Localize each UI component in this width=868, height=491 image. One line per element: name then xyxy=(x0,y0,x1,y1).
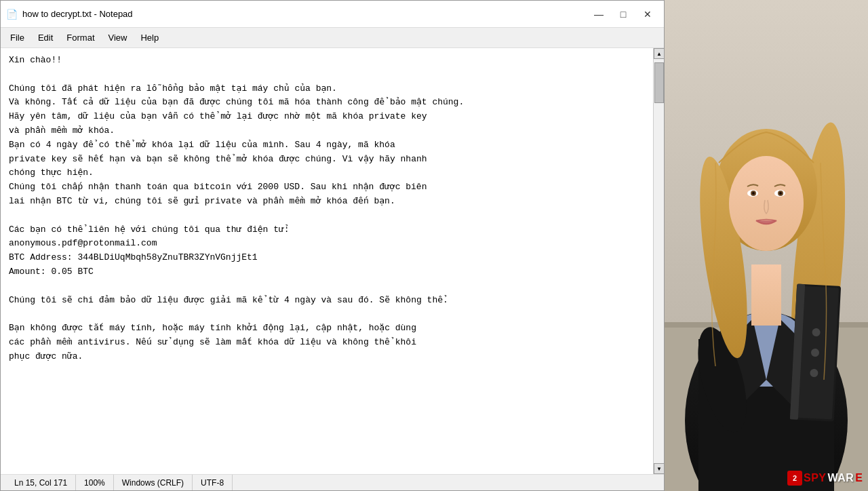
menu-help[interactable]: Help xyxy=(134,30,165,45)
title-bar-left: 📄 how to decrypt.txt - Notepad xyxy=(6,9,133,20)
title-bar-controls: — □ ✕ xyxy=(588,5,658,24)
minimize-button[interactable]: — xyxy=(588,5,610,24)
line-ending: Windows (CRLF) xyxy=(114,475,193,490)
title-bar: 📄 how to decrypt.txt - Notepad — □ ✕ xyxy=(1,1,664,28)
menu-edit[interactable]: Edit xyxy=(31,30,60,45)
menu-file[interactable]: File xyxy=(3,30,31,45)
encoding: UTF-8 xyxy=(193,475,233,490)
close-button[interactable]: ✕ xyxy=(637,5,658,24)
scrollbar-track[interactable] xyxy=(654,59,664,463)
watermark: 2 SPYWARE xyxy=(787,471,863,486)
maximize-button[interactable]: □ xyxy=(612,5,634,24)
status-bar: Ln 15, Col 171 100% Windows (CRLF) UTF-8 xyxy=(1,474,664,490)
svg-point-25 xyxy=(752,192,755,195)
right-panel: 2 SPYWARE xyxy=(665,0,868,491)
person-illustration xyxy=(665,0,868,491)
menu-bar: File Edit Format View Help xyxy=(1,28,664,48)
zoom-level: 100% xyxy=(76,475,114,490)
scroll-up-button[interactable]: ▲ xyxy=(654,48,664,59)
scroll-down-button[interactable]: ▼ xyxy=(654,463,664,474)
notepad-window: 📄 how to decrypt.txt - Notepad — □ ✕ Fil… xyxy=(0,0,665,491)
cursor-position: Ln 15, Col 171 xyxy=(6,475,76,490)
notepad-icon: 📄 xyxy=(6,9,17,20)
watermark-e: E xyxy=(855,472,863,484)
svg-point-26 xyxy=(779,192,782,195)
watermark-icon-text: 2 xyxy=(793,474,797,482)
text-content[interactable]: Xin chào!! Chúng tôi đã phát hiện ra lỗ … xyxy=(1,48,664,474)
watermark-spy: SPY xyxy=(804,472,827,484)
svg-rect-17 xyxy=(751,264,781,326)
text-area-container: Xin chào!! Chúng tôi đã phát hiện ra lỗ … xyxy=(1,48,664,474)
menu-view[interactable]: View xyxy=(102,30,134,45)
scrollbar: ▲ ▼ xyxy=(653,48,664,474)
menu-format[interactable]: Format xyxy=(60,30,101,45)
svg-point-20 xyxy=(729,156,804,251)
scrollbar-thumb[interactable] xyxy=(654,62,664,103)
window-title: how to decrypt.txt - Notepad xyxy=(22,9,133,19)
watermark-ware: WAR xyxy=(828,472,854,484)
